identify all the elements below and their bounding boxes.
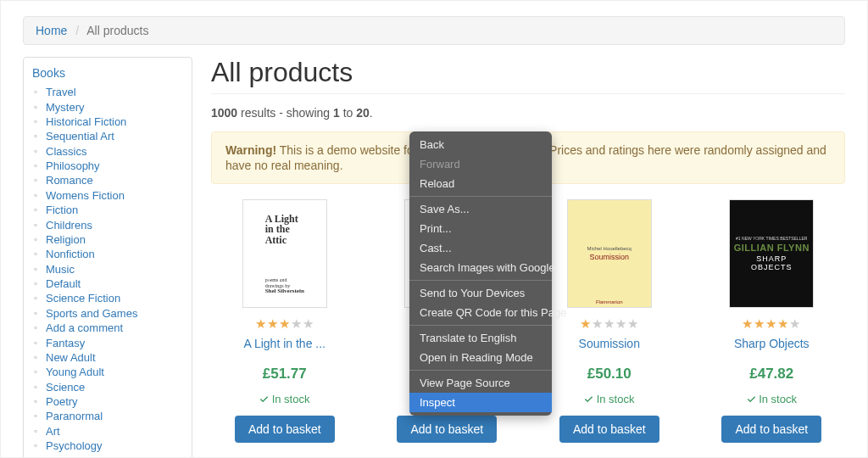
category-link[interactable]: Paranormal <box>46 410 103 422</box>
context-menu-item[interactable]: Print... <box>409 219 552 238</box>
star-icon: ★ <box>303 316 314 331</box>
product-card: #1 NEW YORK TIMES BESTSELLERGILLIAN FLYN… <box>698 199 846 443</box>
results-from: 1 <box>333 106 340 120</box>
product-title-link[interactable]: A Light in the ... <box>243 337 326 350</box>
context-menu-item: Forward <box>409 154 552 174</box>
add-to-basket-button[interactable]: Add to basket <box>235 416 335 443</box>
category-link[interactable]: Add a comment <box>46 321 123 334</box>
context-menu-item[interactable]: Search Images with Google <box>409 258 552 277</box>
star-icon: ★ <box>267 316 279 331</box>
category-link[interactable]: Young Adult <box>46 366 104 378</box>
category-link[interactable]: Mystery <box>46 101 85 114</box>
category-link[interactable]: Sequential Art <box>46 130 114 142</box>
star-icon: ★ <box>592 316 604 331</box>
rating-stars: ★★★★★ <box>211 316 359 332</box>
star-icon: ★ <box>627 316 639 331</box>
category-link[interactable]: Travel <box>46 86 76 98</box>
category-link[interactable]: Nonfiction <box>46 248 95 260</box>
context-menu-item[interactable]: Create QR Code for this Page <box>409 303 552 322</box>
sidebar-item: Psychology <box>32 438 186 453</box>
sidebar-item: Default <box>32 276 186 291</box>
context-menu-item[interactable]: Inspect <box>409 393 552 412</box>
breadcrumb-current: All products <box>86 24 148 37</box>
category-link[interactable]: Autobiography <box>46 455 117 458</box>
product-title-link[interactable]: Soumission <box>579 337 640 350</box>
sidebar: Books TravelMysteryHistorical FictionSeq… <box>23 57 192 458</box>
results-total: 1000 <box>211 106 237 120</box>
context-menu: BackForwardReloadSave As...Print...Cast.… <box>409 131 552 416</box>
context-menu-item[interactable]: Back <box>409 135 552 154</box>
category-link[interactable]: Childrens <box>46 219 92 232</box>
product-thumbnail[interactable]: #1 NEW YORK TIMES BESTSELLERGILLIAN FLYN… <box>729 199 814 308</box>
page-title: All products <box>211 57 845 88</box>
star-icon: ★ <box>789 316 801 331</box>
context-menu-item[interactable]: Cast... <box>409 238 552 258</box>
star-icon: ★ <box>777 316 789 331</box>
category-link[interactable]: Science Fiction <box>46 292 120 304</box>
category-link[interactable]: Science <box>46 381 85 394</box>
star-icon: ★ <box>615 316 627 331</box>
stock-status: In stock <box>536 393 683 405</box>
sidebar-item: Young Adult <box>32 365 186 379</box>
category-link[interactable]: Poetry <box>46 395 78 408</box>
category-link[interactable]: Psychology <box>46 439 102 452</box>
category-link[interactable]: Classics <box>46 145 86 158</box>
sidebar-item: Fiction <box>32 203 186 217</box>
stock-status: In stock <box>211 393 359 405</box>
category-link[interactable]: New Adult <box>46 351 96 364</box>
category-link[interactable]: Sports and Games <box>46 307 137 320</box>
star-icon: ★ <box>255 316 267 331</box>
context-menu-separator <box>409 196 552 197</box>
category-link[interactable]: Default <box>46 277 81 290</box>
rating-stars: ★★★★★ <box>698 316 846 332</box>
results-line: 1000 results - showing 1 to 20. <box>211 106 845 120</box>
star-icon: ★ <box>580 316 592 331</box>
category-list: TravelMysteryHistorical FictionSequentia… <box>32 85 186 458</box>
category-link[interactable]: Religion <box>46 233 86 246</box>
alert-strong: Warning! <box>225 143 276 157</box>
sidebar-item: New Adult <box>32 350 186 365</box>
sidebar-item: Fantasy <box>32 335 186 349</box>
product-title-link[interactable]: Sharp Objects <box>734 337 810 350</box>
category-link[interactable]: Romance <box>46 174 93 187</box>
context-menu-item[interactable]: Translate to English <box>409 328 552 348</box>
context-menu-item[interactable]: Open in Reading Mode <box>409 348 552 367</box>
breadcrumb-home[interactable]: Home <box>36 24 67 37</box>
context-menu-item[interactable]: View Page Source <box>409 373 552 393</box>
context-menu-item[interactable]: Save As... <box>409 199 552 219</box>
category-link[interactable]: Historical Fiction <box>46 115 126 128</box>
sidebar-item: Womens Fiction <box>32 188 186 203</box>
sidebar-item: Sequential Art <box>32 129 186 143</box>
context-menu-item[interactable]: Reload <box>409 174 552 193</box>
sidebar-item: Religion <box>32 232 186 247</box>
sidebar-item: Paranormal <box>32 409 186 423</box>
product-card: A Lightin theAtticpoems anddrawings bySh… <box>211 199 359 443</box>
category-link[interactable]: Art <box>46 425 60 438</box>
add-to-basket-button[interactable]: Add to basket <box>397 416 497 443</box>
context-menu-separator <box>409 370 552 371</box>
sidebar-item: Travel <box>32 85 186 99</box>
category-link[interactable]: Philosophy <box>46 159 100 172</box>
category-link[interactable]: Music <box>46 263 75 276</box>
category-link[interactable]: Womens Fiction <box>46 189 125 202</box>
add-to-basket-button[interactable]: Add to basket <box>559 416 659 443</box>
breadcrumb-sep: / <box>75 24 79 37</box>
sidebar-item: Childrens <box>32 217 186 232</box>
product-card: Michel HouellebecqSoumissionFlammarion★★… <box>536 199 683 443</box>
product-thumbnail[interactable]: A Lightin theAtticpoems anddrawings bySh… <box>242 199 327 308</box>
sidebar-item: Nonfiction <box>32 247 186 261</box>
product-thumbnail[interactable]: Michel HouellebecqSoumissionFlammarion <box>567 199 652 308</box>
sidebar-item: Science Fiction <box>32 291 186 305</box>
sidebar-item: Music <box>32 262 186 276</box>
star-icon: ★ <box>279 316 291 331</box>
context-menu-separator <box>409 325 552 326</box>
context-menu-item[interactable]: Send to Your Devices <box>409 283 552 303</box>
sidebar-item: Mystery <box>32 99 186 114</box>
product-price: £51.77 <box>211 366 359 383</box>
category-link[interactable]: Fiction <box>46 204 78 216</box>
star-icon: ★ <box>754 316 765 331</box>
context-menu-separator <box>409 280 552 281</box>
add-to-basket-button[interactable]: Add to basket <box>721 416 821 443</box>
category-link[interactable]: Fantasy <box>46 337 85 349</box>
sidebar-heading[interactable]: Books <box>32 66 65 80</box>
